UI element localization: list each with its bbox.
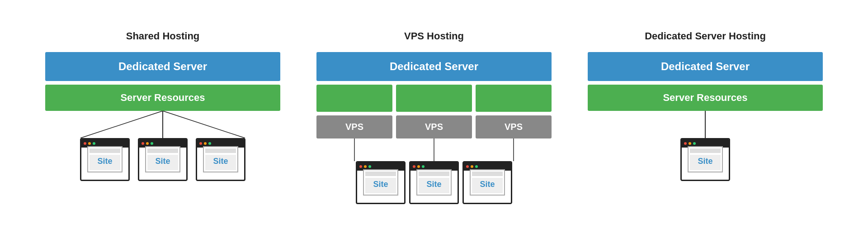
shared-site-3: Site <box>196 138 245 181</box>
shared-hosting-title: Shared Hosting <box>126 30 200 42</box>
vps-hosting-title: VPS Hosting <box>404 30 464 42</box>
vps-site-label-3: Site <box>480 180 495 189</box>
vps-box-2: VPS <box>396 115 472 138</box>
dedicated-hosting-section: Dedicated Server Hosting Dedicated Serve… <box>588 30 823 181</box>
dedicated-sites-row: Site <box>588 138 823 181</box>
vps-hosting-section: VPS Hosting Dedicated Server VPS VPS VPS <box>316 30 552 204</box>
vps-box-3: VPS <box>476 115 552 138</box>
site-label-2: Site <box>155 157 170 166</box>
vps-line-col-1 <box>316 138 392 161</box>
dot-red-3 <box>199 142 202 145</box>
vps-site-label-2: Site <box>426 180 441 189</box>
svg-line-2 <box>163 111 245 138</box>
dot-green-3 <box>208 142 211 145</box>
site-label-1: Site <box>97 157 112 166</box>
dedicated-server-block: Dedicated Server <box>588 52 823 81</box>
vps-site-label-1: Site <box>373 180 388 189</box>
vps-site-3: Site <box>462 161 512 204</box>
vps-resource-1 <box>316 85 392 112</box>
vps-resources-row <box>316 85 552 112</box>
site-inner-3: Site <box>203 146 238 172</box>
vps-lines-container <box>316 138 552 161</box>
diagram-container: Shared Hosting Dedicated Server Server R… <box>0 21 868 213</box>
shared-site-2: Site <box>138 138 188 181</box>
dedicated-lines <box>588 111 823 138</box>
dedicated-site-label-1: Site <box>698 157 712 166</box>
shared-lines <box>45 111 280 138</box>
vps-site-1: Site <box>356 161 406 204</box>
site-inner-2: Site <box>145 146 180 172</box>
dedicated-hosting-title: Dedicated Server Hosting <box>645 30 766 42</box>
vps-line-col-3 <box>476 138 552 161</box>
dot-red-1 <box>84 142 86 145</box>
shared-hosting-section: Shared Hosting Dedicated Server Server R… <box>45 30 280 181</box>
dot-yellow-2 <box>146 142 149 145</box>
shared-site-1: Site <box>80 138 130 181</box>
dot-green-2 <box>151 142 153 145</box>
site-label-3: Site <box>213 157 228 166</box>
dot-red-2 <box>142 142 144 145</box>
dot-green-1 <box>93 142 95 145</box>
dedicated-resources-block: Server Resources <box>588 85 823 111</box>
svg-line-0 <box>80 111 163 138</box>
shared-sites-row: Site Site <box>45 138 280 181</box>
vps-line-col-2 <box>396 138 472 161</box>
vps-resource-2 <box>396 85 472 112</box>
site-inner-1: Site <box>87 146 123 172</box>
vps-boxes-row: VPS VPS VPS <box>316 115 552 138</box>
dedicated-site-1: Site <box>680 138 730 181</box>
dot-yellow-3 <box>204 142 207 145</box>
vps-resource-3 <box>476 85 552 112</box>
vps-server-block: Dedicated Server <box>316 52 552 81</box>
dot-yellow-1 <box>88 142 91 145</box>
vps-box-1: VPS <box>316 115 392 138</box>
shared-resources-block: Server Resources <box>45 85 280 111</box>
vps-sites-row: Site Site <box>316 161 552 204</box>
vps-site-2: Site <box>409 161 459 204</box>
shared-server-block: Dedicated Server <box>45 52 280 81</box>
